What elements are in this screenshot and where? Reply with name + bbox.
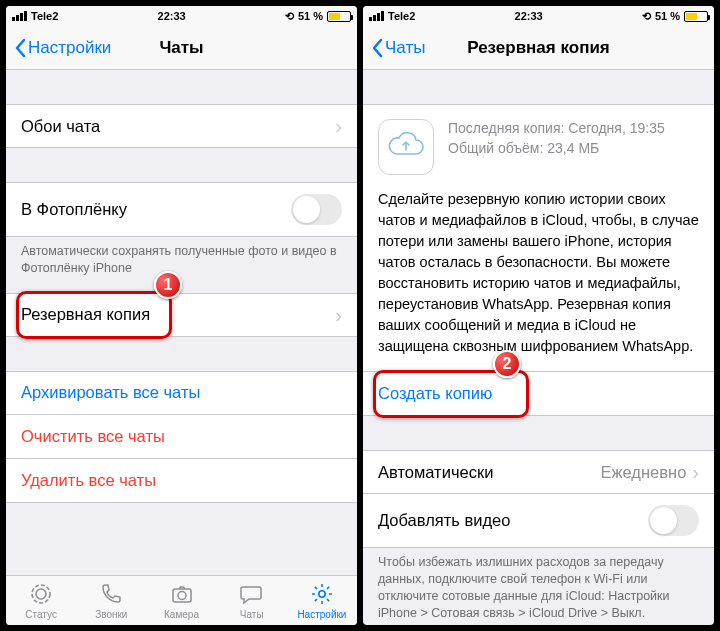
camera-roll-toggle[interactable] bbox=[291, 194, 342, 225]
battery-icon bbox=[327, 11, 351, 22]
auto-backup-label: Автоматически bbox=[378, 463, 493, 482]
tab-chats[interactable]: Чаты bbox=[217, 576, 287, 625]
delete-all-chats-button[interactable]: Удалить все чаты bbox=[6, 459, 357, 503]
backup-info-block: Последняя копия: Сегодня, 19:35 Общий об… bbox=[363, 104, 714, 372]
backup-content[interactable]: Последняя копия: Сегодня, 19:35 Общий об… bbox=[363, 70, 714, 625]
save-to-camera-roll-row[interactable]: В Фотоплёнку bbox=[6, 182, 357, 237]
gear-icon bbox=[309, 581, 335, 607]
battery-percent: 51 % bbox=[298, 10, 323, 22]
tab-status-label: Статус bbox=[25, 609, 57, 620]
battery-percent: 51 % bbox=[655, 10, 680, 22]
include-video-row[interactable]: Добавлять видео bbox=[363, 494, 714, 548]
backup-description: Сделайте резервную копию истории своих ч… bbox=[378, 189, 699, 357]
chevron-right-icon: › bbox=[335, 116, 342, 136]
clock: 22:33 bbox=[158, 10, 186, 22]
back-button[interactable]: Чаты bbox=[371, 38, 425, 58]
last-backup-label: Последняя копия: Сегодня, 19:35 bbox=[448, 119, 665, 139]
status-icon bbox=[28, 581, 54, 607]
chevron-right-icon: › bbox=[335, 305, 342, 325]
status-left: Tele2 bbox=[12, 10, 58, 22]
camera-roll-note: Автоматически сохранять полученные фото … bbox=[6, 237, 357, 277]
chat-backup-label: Резервная копия bbox=[21, 305, 150, 324]
cloud-backup-icon bbox=[378, 119, 434, 175]
signal-icon bbox=[12, 11, 27, 21]
backup-meta: Последняя копия: Сегодня, 19:35 Общий об… bbox=[448, 119, 665, 158]
chevron-right-icon: › bbox=[692, 462, 699, 482]
navigation-bar: Настройки Чаты bbox=[6, 26, 357, 70]
tab-settings[interactable]: Настройки bbox=[287, 576, 357, 625]
svg-point-3 bbox=[178, 592, 186, 600]
chevron-left-icon bbox=[371, 38, 383, 58]
clear-all-chats-button[interactable]: Очистить все чаты bbox=[6, 415, 357, 459]
status-left: Tele2 bbox=[369, 10, 415, 22]
tab-calls-label: Звонки bbox=[95, 609, 127, 620]
chat-backup-row[interactable]: Резервная копия › bbox=[6, 293, 357, 337]
svg-point-4 bbox=[319, 591, 325, 597]
signal-icon bbox=[369, 11, 384, 21]
archive-all-chats-button[interactable]: Архивировать все чаты bbox=[6, 371, 357, 415]
back-label: Чаты bbox=[385, 38, 425, 58]
total-size-label: Общий объём: 23,4 МБ bbox=[448, 139, 665, 159]
status-right: ⟲ 51 % bbox=[285, 10, 351, 23]
sync-indicator-icon: ⟲ bbox=[642, 10, 651, 23]
status-right: ⟲ 51 % bbox=[642, 10, 708, 23]
navigation-bar: Чаты Резервная копия bbox=[363, 26, 714, 70]
backup-footer-note: Чтобы избежать излишних расходов за пере… bbox=[363, 548, 714, 622]
status-bar: Tele2 22:33 ⟲ 51 % bbox=[6, 6, 357, 26]
save-to-camera-roll-label: В Фотоплёнку bbox=[21, 200, 127, 219]
battery-icon bbox=[684, 11, 708, 22]
tab-status[interactable]: Статус bbox=[6, 576, 76, 625]
back-label: Настройки bbox=[28, 38, 111, 58]
sync-indicator-icon: ⟲ bbox=[285, 10, 294, 23]
delete-all-label: Удалить все чаты bbox=[21, 471, 156, 490]
clear-all-label: Очистить все чаты bbox=[21, 427, 165, 446]
tab-camera-label: Камера bbox=[164, 609, 199, 620]
include-video-toggle[interactable] bbox=[648, 505, 699, 536]
tab-bar: Статус Звонки Камера Чаты Настройки bbox=[6, 575, 357, 625]
phone-backup-screen: Tele2 22:33 ⟲ 51 % Чаты Резервная копия … bbox=[363, 6, 714, 625]
chats-settings-content[interactable]: Обои чата › В Фотоплёнку Автоматически с… bbox=[6, 70, 357, 575]
chat-icon bbox=[239, 581, 265, 607]
create-backup-button[interactable]: Создать копию bbox=[363, 372, 714, 416]
archive-all-label: Архивировать все чаты bbox=[21, 383, 200, 402]
camera-icon bbox=[169, 581, 195, 607]
svg-point-0 bbox=[32, 585, 50, 603]
auto-backup-value: Ежедневно bbox=[601, 463, 687, 482]
carrier-label: Tele2 bbox=[31, 10, 58, 22]
clock: 22:33 bbox=[515, 10, 543, 22]
tab-settings-label: Настройки bbox=[297, 609, 346, 620]
chat-wallpaper-label: Обои чата bbox=[21, 117, 100, 136]
tab-chats-label: Чаты bbox=[240, 609, 264, 620]
carrier-label: Tele2 bbox=[388, 10, 415, 22]
phone-icon bbox=[98, 581, 124, 607]
back-button[interactable]: Настройки bbox=[14, 38, 111, 58]
tab-calls[interactable]: Звонки bbox=[76, 576, 146, 625]
auto-backup-row[interactable]: Автоматически Ежедневно › bbox=[363, 450, 714, 494]
status-bar: Tele2 22:33 ⟲ 51 % bbox=[363, 6, 714, 26]
chevron-left-icon bbox=[14, 38, 26, 58]
svg-point-1 bbox=[36, 589, 46, 599]
tab-camera[interactable]: Камера bbox=[146, 576, 216, 625]
chat-wallpaper-row[interactable]: Обои чата › bbox=[6, 104, 357, 148]
phone-chats-settings: Tele2 22:33 ⟲ 51 % Настройки Чаты Обои ч… bbox=[6, 6, 357, 625]
create-backup-label: Создать копию bbox=[378, 384, 492, 403]
include-video-label: Добавлять видео bbox=[378, 511, 510, 530]
